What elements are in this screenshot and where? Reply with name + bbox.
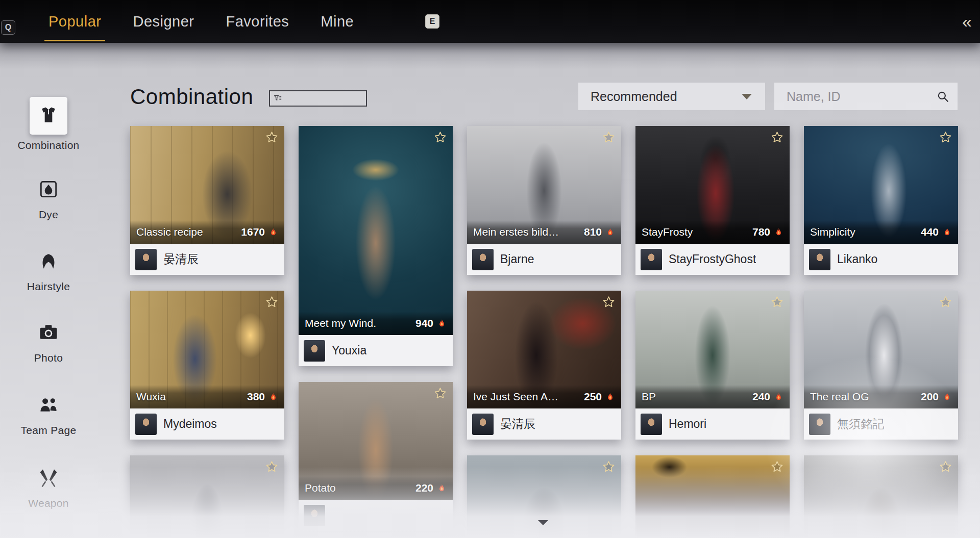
card[interactable] [635,455,790,538]
tab-popular[interactable]: Popular [48,0,101,43]
favorite-star-icon[interactable] [602,131,616,144]
sidebar-item-combination[interactable]: Combination [0,97,97,151]
favorite-star-icon[interactable] [939,460,952,474]
favorite-star-icon[interactable] [939,295,952,309]
sidebar-item-label: Hairstyle [27,280,70,293]
team-icon [34,390,63,420]
heat-count: 1670 [241,226,265,238]
card[interactable] [130,455,284,538]
card-footer: Youxia [299,335,453,366]
sidebar-item-label: Team Page [21,424,77,437]
card-title-bar: The real OG200 [804,385,958,408]
user-name: StayFrostyGhost [669,252,756,266]
card[interactable] [804,455,958,538]
search-box[interactable] [774,83,958,110]
heat-flame-icon [942,391,952,403]
favorite-star-icon[interactable] [770,131,784,144]
card[interactable]: Classic recipe1670晏清辰 [130,126,284,275]
sidebar-item-dye[interactable]: Dye [0,174,97,221]
user-name: 晏清辰 [500,416,535,432]
card-title: Simplicity [810,226,855,238]
keyboard-hint-q: Q [1,20,15,35]
card-heat: 810 [584,226,615,238]
card-title: BP [642,391,656,403]
card-heat: 200 [921,391,952,403]
sidebar-item-weapon[interactable]: Weapon [0,463,97,509]
sidebar-item-label: Weapon [28,497,69,509]
card-footer: Mydeimos [130,408,284,440]
favorite-star-icon[interactable] [602,460,616,474]
card[interactable]: StayFrosty780StayFrostyGhost [635,126,790,275]
user-name: Likanko [837,252,877,266]
card[interactable]: Simplicity440Likanko [804,126,958,275]
card-title: Mein erstes bild… [473,226,559,238]
filter-text-input[interactable] [285,93,357,104]
card[interactable]: The real OG200無須銘記 [804,291,958,440]
card[interactable]: BP240Hemori [635,291,790,440]
page-title: Combination [130,85,253,109]
card-heat: 940 [415,317,447,329]
sidebar-item-hairstyle[interactable]: Hairstyle [0,246,97,293]
heat-count: 380 [247,391,265,403]
heat-count: 200 [921,391,939,403]
favorite-star-icon[interactable] [265,295,279,309]
sidebar-item-label: Dye [39,209,58,221]
user-name: 晏清辰 [163,251,199,267]
card-title: Wuxia [136,391,166,403]
scroll-down-icon[interactable] [538,520,548,525]
user-avatar [809,414,830,435]
card-footer: Likanko [804,244,958,275]
card-image: BP240 [635,291,790,408]
sidebar-item-label: Combination [17,139,79,151]
user-name: 無須銘記 [837,416,884,432]
card-image: StayFrosty780 [635,126,790,244]
tab-favorites[interactable]: Favorites [226,0,289,43]
filter-box[interactable] [269,90,367,107]
heat-count: 940 [415,317,433,329]
card-image [804,455,958,538]
favorite-star-icon[interactable] [770,295,784,309]
favorite-star-icon[interactable] [433,131,447,144]
user-name: Mydeimos [163,417,217,431]
sort-selected-value: Recommended [591,89,677,104]
card-footer: 晏清辰 [467,408,621,440]
card-image: Mein erstes bild…810 [467,126,621,244]
favorite-star-icon[interactable] [265,460,279,474]
sidebar-item-photo[interactable]: Photo [0,318,97,364]
card[interactable]: Mein erstes bild…810Bjarne [467,126,621,275]
tab-designer[interactable]: Designer [133,0,194,43]
favorite-star-icon[interactable] [939,131,952,144]
sidebar-item-team-page[interactable]: Team Page [0,390,97,437]
card-title-bar: Meet my Wind.940 [299,312,453,335]
favorite-star-icon[interactable] [265,131,279,144]
collapse-panel-icon[interactable] [962,0,972,43]
card[interactable]: Meet my Wind.940Youxia [299,126,453,366]
favorite-star-icon[interactable] [770,460,784,474]
card-title-bar: Mein erstes bild…810 [467,220,621,244]
heat-count: 250 [584,391,602,403]
card[interactable]: Ive Just Seen A…250晏清辰 [467,291,621,440]
sort-dropdown[interactable]: Recommended [578,83,765,110]
category-sidebar: CombinationDyeHairstylePhotoTeam PageWea… [0,43,97,538]
heat-flame-icon [605,226,615,238]
card-footer: StayFrostyGhost [635,244,790,275]
search-input[interactable] [786,89,923,105]
card-title: StayFrosty [642,226,693,238]
card[interactable]: Wuxia380Mydeimos [130,291,284,440]
card-image: Wuxia380 [130,291,284,408]
search-icon[interactable] [936,90,949,103]
tab-mine[interactable]: Mine [321,0,354,43]
heat-count: 220 [415,482,433,494]
card-title: Potato [305,482,336,494]
favorite-star-icon[interactable] [433,387,447,400]
user-name: Hemori [669,417,706,431]
card[interactable]: Potato220 [299,382,453,531]
user-avatar [809,249,830,270]
card-title: The real OG [810,391,869,403]
card[interactable] [467,455,621,538]
sidebar-item-label: Photo [34,352,63,364]
card-heat: 440 [921,226,952,238]
card-title-bar: Ive Just Seen A…250 [467,385,621,408]
card-footer: 無須銘記 [804,408,958,440]
favorite-star-icon[interactable] [602,295,616,309]
